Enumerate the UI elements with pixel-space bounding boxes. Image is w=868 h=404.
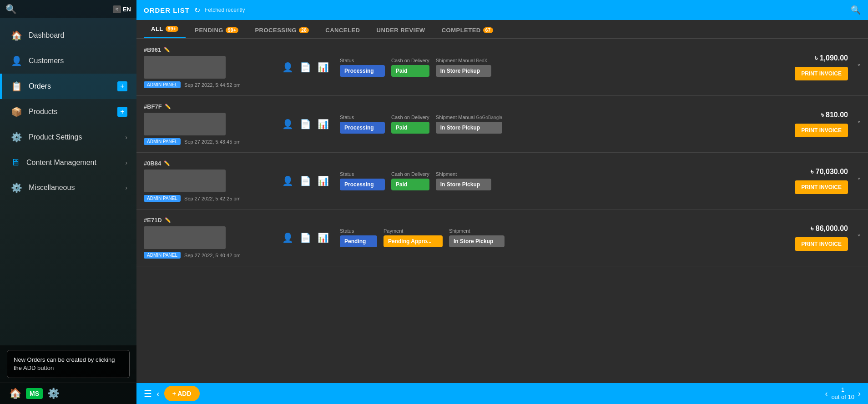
order-meta-0: ADMIN PANELSep 27 2022, 5:44:52 pm [144, 81, 271, 88]
sidebar-item-content_management[interactable]: 🖥Content Management› [0, 150, 136, 175]
orders-add-button[interactable]: + [117, 81, 127, 91]
order-icons-1: 👤📄📊 [277, 119, 334, 130]
order-right-0: ৳ 1,090.00PRINT INVOICE [775, 54, 848, 80]
shipment-select-3[interactable]: In Store Pickup [449, 235, 505, 247]
payment-select-3[interactable]: Pending Appro... [384, 235, 443, 247]
sidebar-item-orders[interactable]: 📋Orders+ [0, 74, 136, 99]
status-select-3[interactable]: Pending [340, 235, 377, 247]
bottom-right: ‹ 1 out of 10 › [825, 386, 861, 400]
order-user-icon-1[interactable]: 👤 [282, 119, 293, 130]
shipment-select-1[interactable]: In Store Pickup [436, 122, 502, 134]
ms-badge-icon[interactable]: MS [26, 388, 43, 399]
prev-page-button[interactable]: ‹ [825, 389, 828, 399]
expand-icon-2[interactable]: ˅ [857, 177, 861, 185]
sidebar-item-product_settings[interactable]: ⚙️Product Settings› [0, 125, 136, 150]
status-select-2[interactable]: Processing [340, 179, 385, 190]
payment-select-2[interactable]: Paid [391, 179, 429, 190]
shipment-group-0: Shipment Manual RedXIn Store Pickup [436, 58, 491, 77]
add-button-label: + ADD [172, 390, 192, 397]
order-source-badge-0: ADMIN PANEL [144, 81, 181, 88]
home-bottom-icon[interactable]: 🏠 [9, 388, 21, 399]
order-user-icon-0[interactable]: 👤 [282, 62, 293, 73]
order-chart-icon-0[interactable]: 📊 [318, 62, 329, 73]
shipment-select-0[interactable]: In Store Pickup [436, 65, 491, 77]
next-page-button[interactable]: › [858, 389, 861, 399]
order-user-icon-2[interactable]: 👤 [282, 175, 293, 186]
print-invoice-button-2[interactable]: PRINT INVOICE [795, 180, 848, 194]
bottom-left: ☰ ‹ + ADD [144, 386, 200, 401]
topbar-search-icon[interactable]: 🔍 [851, 5, 861, 15]
order-chart-icon-1[interactable]: 📊 [318, 119, 329, 130]
payment-group-3: PaymentPending Appro... [384, 228, 443, 247]
print-invoice-button-3[interactable]: PRINT INVOICE [795, 237, 848, 251]
order-date-2: Sep 27 2022, 5:42:25 pm [184, 196, 241, 201]
order-id-row-1: #BF7F✏️ [144, 103, 271, 110]
shipment-label-2: Shipment [436, 171, 491, 177]
tab-completed[interactable]: COMPLETED67 [434, 21, 500, 38]
sidebar-item-customers[interactable]: 👤Customers [0, 48, 136, 74]
order-user-icon-3[interactable]: 👤 [282, 232, 293, 243]
tab-processing[interactable]: PROCESSING28 [247, 21, 316, 38]
search-icon[interactable]: 🔍 [5, 4, 17, 15]
order-icons-2: 👤📄📊 [277, 175, 334, 186]
order-document-icon-2[interactable]: 📄 [300, 175, 311, 186]
status-group-0: StatusProcessing [340, 58, 385, 77]
order-icons-0: 👤📄📊 [277, 62, 334, 73]
expand-icon-1[interactable]: ˅ [857, 120, 861, 129]
tab-pending[interactable]: PENDING99+ [187, 21, 246, 38]
sidebar-item-dashboard[interactable]: 🏠Dashboard [0, 23, 136, 48]
order-right-1: ৳ 810.00PRINT INVOICE [775, 111, 848, 137]
language-switcher[interactable]: বা EN [113, 5, 131, 13]
print-invoice-button-0[interactable]: PRINT INVOICE [795, 67, 848, 80]
tab-under_review[interactable]: UNDER REVIEW [369, 21, 433, 38]
expand-icon-0[interactable]: ˅ [857, 63, 861, 72]
order-edit-icon-2[interactable]: ✏️ [164, 160, 170, 166]
sync-icon[interactable]: ↻ [194, 6, 200, 15]
payment-group-0: Cash on DeliveryPaid [391, 58, 429, 77]
payment-label-3: Payment [384, 228, 443, 234]
status-select-0[interactable]: Processing [340, 65, 385, 77]
payment-label-1: Cash on Delivery [391, 115, 429, 120]
shipment-select-2[interactable]: In Store Pickup [436, 179, 491, 190]
dashboard-nav-label: Dashboard [29, 31, 127, 40]
add-button[interactable]: + ADD [164, 386, 200, 401]
order-document-icon-3[interactable]: 📄 [300, 232, 311, 243]
tab-canceled[interactable]: CANCELED [318, 21, 367, 38]
payment-select-1[interactable]: Paid [391, 122, 429, 134]
order-chart-icon-3[interactable]: 📊 [318, 232, 329, 243]
product_settings-nav-label: Product Settings [29, 133, 119, 141]
expand-icon-3[interactable]: ˅ [857, 234, 861, 242]
order-right-2: ৳ 70,030.00PRINT INVOICE [775, 168, 848, 194]
products-add-button[interactable]: + [117, 107, 127, 117]
status-group-2: StatusProcessing [340, 171, 385, 190]
orders-nav-icon: 📋 [11, 81, 22, 92]
order-row-2: #0B84✏️ADMIN PANELSep 27 2022, 5:42:25 p… [136, 153, 868, 209]
content_management-nav-icon: 🖥 [11, 157, 20, 168]
sidebar-item-products[interactable]: 📦Products+ [0, 99, 136, 125]
sidebar-item-miscellaneous[interactable]: ⚙️Miscellaneous› [0, 175, 136, 200]
order-chart-icon-2[interactable]: 📊 [318, 175, 329, 186]
order-document-icon-1[interactable]: 📄 [300, 119, 311, 130]
order-image-0 [144, 56, 226, 79]
order-edit-icon-3[interactable]: ✏️ [165, 217, 171, 223]
order-document-icon-0[interactable]: 📄 [300, 62, 311, 73]
status-label-3: Status [340, 228, 377, 234]
order-source-badge-3: ADMIN PANEL [144, 252, 181, 259]
print-invoice-button-1[interactable]: PRINT INVOICE [795, 124, 848, 137]
payment-select-0[interactable]: Paid [391, 65, 429, 77]
back-button[interactable]: ‹ [156, 389, 160, 399]
order-meta-1: ADMIN PANELSep 27 2022, 5:43:45 pm [144, 138, 271, 145]
status-select-1[interactable]: Processing [340, 122, 385, 134]
order-controls-2: StatusProcessingCash on DeliveryPaidShip… [340, 171, 770, 190]
product_settings-nav-icon: ⚙️ [11, 132, 22, 143]
order-edit-icon-1[interactable]: ✏️ [165, 104, 171, 110]
hamburger-button[interactable]: ☰ [144, 388, 152, 399]
settings-bottom-icon[interactable]: ⚙️ [47, 388, 60, 399]
sidebar-bottom: New Orders can be created by clicking th… [0, 345, 136, 404]
topbar: ORDER LIST ↻ Fetched recently 🔍 [136, 0, 868, 20]
order-id-0: #B961 [144, 46, 161, 53]
order-row-3: #E71D✏️ADMIN PANELSep 27 2022, 5:40:42 p… [136, 209, 868, 266]
order-edit-icon-0[interactable]: ✏️ [164, 47, 170, 53]
tab-all[interactable]: ALL99+ [144, 20, 186, 38]
order-row-0: #B961✏️ADMIN PANELSep 27 2022, 5:44:52 p… [136, 39, 868, 96]
